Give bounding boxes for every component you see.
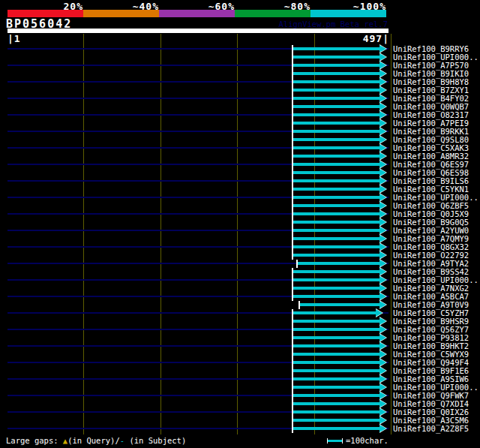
hit-bar[interactable] [293,336,380,339]
ruler-end-label: 497| [363,33,389,44]
hit-bar[interactable] [293,204,380,207]
hit-bar[interactable] [293,402,380,405]
query-ruler-bar [8,29,388,33]
hit-arrowhead-icon [380,45,386,53]
hit-bar[interactable] [293,237,380,240]
hit-bar[interactable] [293,163,380,166]
hit-bar[interactable] [293,113,380,116]
hit-arrowhead-icon [380,425,386,432]
hit-arrowhead-icon [380,416,386,424]
hit-bar[interactable] [293,353,380,356]
hit-arrowhead-icon [380,276,386,284]
hit-bar[interactable] [293,171,380,174]
hit-arrowhead-icon [380,243,386,251]
hit-arrowhead-icon [380,177,386,185]
hit-bar[interactable] [293,369,380,372]
ruler-gridline [314,34,315,434]
hit-arrowhead-icon [380,128,386,135]
hit-arrowhead-icon [380,367,386,374]
identity-key-label: ~100% [353,1,386,12]
hit-arrowhead-icon [380,342,386,350]
hit-bar[interactable] [293,287,380,290]
hit-bar[interactable] [293,72,380,75]
identity-key-label: ~40% [133,1,159,12]
ruler-gridline [237,34,238,434]
hit-bar[interactable] [293,122,380,125]
hit-bar[interactable] [293,386,380,389]
gap-legend-segment: Large gaps: [6,436,63,445]
hit-arrowhead-icon [380,144,386,152]
hit-bar[interactable] [293,270,380,273]
hit-bar[interactable] [293,179,380,182]
hit-arrowhead-icon [380,284,386,292]
hit-arrowhead-icon [380,408,386,416]
hit-bar[interactable] [293,311,376,314]
alignview-screen: 20%~40%~60%~80%~100% BP056042 AlignView.… [0,0,480,448]
scale-legend-tick [342,438,343,443]
hit-arrowhead-icon [380,301,386,308]
hit-label[interactable]: UniRef100_A2Z8F5 [393,425,469,433]
hit-bar[interactable] [293,56,380,59]
hit-bar[interactable] [293,254,380,257]
ruler-gridline [160,34,161,434]
hit-bar[interactable] [293,155,380,158]
hit-arrowhead-icon [380,53,386,61]
hit-arrowhead-icon [380,78,386,86]
hit-bar[interactable] [293,105,380,108]
hit-arrowhead-icon [380,375,386,383]
hit-bar[interactable] [293,361,380,364]
hit-bar[interactable] [300,303,380,306]
gap-legend-segment: (in Subject) [124,436,186,445]
hit-arrowhead-icon [380,169,386,176]
hit-arrowhead-icon [380,260,386,267]
hit-bar[interactable] [293,80,380,83]
ruler-start-label: |1 [8,33,21,44]
hit-bar[interactable] [293,146,380,149]
hit-arrowhead-icon [380,334,386,341]
hit-bar[interactable] [293,394,380,397]
hit-bar[interactable] [293,89,380,92]
scale-legend-label: =100char. [346,436,388,446]
hit-arrowhead-icon [380,194,386,201]
hit-arrowhead-icon [380,103,386,110]
hit-bar[interactable] [298,262,380,265]
hit-bar[interactable] [293,278,380,281]
hit-bar[interactable] [293,196,380,199]
hit-bar[interactable] [293,245,380,248]
hit-bar[interactable] [293,130,380,133]
hit-arrowhead-icon [380,350,386,358]
hit-bar[interactable] [293,328,380,331]
hit-arrowhead-icon [376,309,382,317]
hit-bar[interactable] [293,64,380,67]
hit-bar[interactable] [293,229,380,232]
hit-arrowhead-icon [380,268,386,275]
hit-arrowhead-icon [380,152,386,160]
hit-arrowhead-icon [380,293,386,300]
hit-arrowhead-icon [380,210,386,218]
gap-legend-segment: (in Query)/ [68,436,120,445]
hit-arrowhead-icon [380,161,386,168]
hit-bar[interactable] [293,419,380,422]
hit-arrowhead-icon [380,383,386,391]
hit-bar[interactable] [293,344,380,347]
hit-bar[interactable] [293,47,380,50]
hit-bar[interactable] [293,221,380,224]
scale-legend-swatch [328,440,342,442]
hit-arrowhead-icon [380,400,386,407]
hit-arrowhead-icon [380,185,386,193]
hit-arrowhead-icon [380,202,386,209]
hit-arrowhead-icon [380,317,386,325]
gap-legend-text: Large gaps: ▲(in Query)/- (in Subject) [6,436,186,446]
hit-bar[interactable] [293,377,380,380]
hit-arrowhead-icon [380,326,386,333]
hit-bar[interactable] [293,138,380,141]
hit-bar[interactable] [293,295,380,298]
hit-arrowhead-icon [380,70,386,77]
hit-bar[interactable] [293,320,380,323]
hit-bar[interactable] [293,188,380,191]
hit-arrowhead-icon [380,136,386,143]
hit-bar[interactable] [293,97,380,100]
hit-bar[interactable] [293,427,380,430]
hit-bar[interactable] [293,410,380,413]
hit-bar[interactable] [293,212,380,215]
